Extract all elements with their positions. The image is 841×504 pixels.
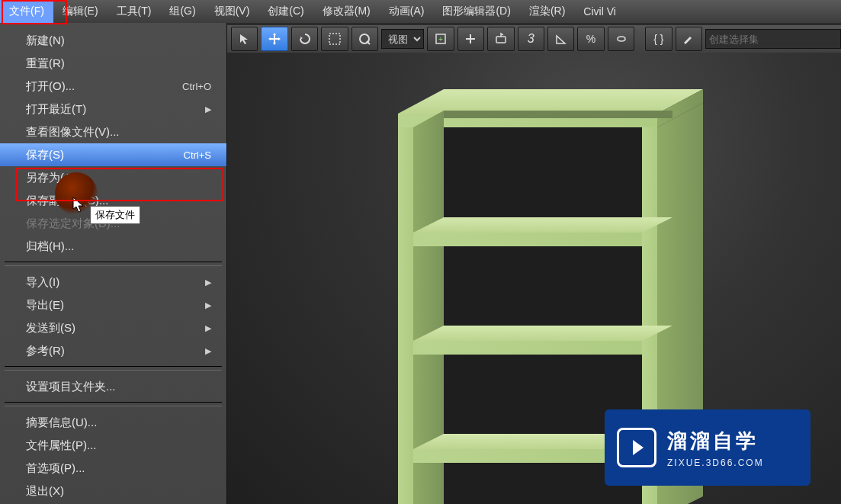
svg-marker-19: [444, 111, 672, 118]
menu-separator: [5, 402, 222, 403]
svg-rect-4: [496, 37, 506, 43]
svg-marker-6: [398, 89, 703, 114]
menu-render[interactable]: 渲染(R): [520, 0, 574, 23]
menu-item-reference[interactable]: 参考(R)▶: [0, 339, 226, 362]
menu-separator: [5, 370, 222, 371]
menu-group[interactable]: 组(G): [160, 0, 204, 23]
menu-item-open[interactable]: 打开(O)... Ctrl+O: [0, 75, 226, 98]
viewport[interactable]: 溜溜自学 ZIXUE.3D66.COM: [226, 53, 841, 504]
menu-item-export[interactable]: 导出(E)▶: [0, 294, 226, 316]
svg-rect-13: [413, 233, 642, 246]
placement-tool-icon[interactable]: [351, 27, 378, 51]
selection-set-input[interactable]: [705, 29, 841, 49]
rotate-tool-icon[interactable]: [291, 27, 318, 51]
menu-edit[interactable]: 编辑(E): [53, 0, 108, 23]
menu-civil[interactable]: Civil Vi: [574, 1, 625, 22]
snap-toggle-icon[interactable]: 3: [518, 27, 544, 51]
menu-item-archive[interactable]: 归档(H)...: [0, 235, 226, 258]
menu-file[interactable]: 文件(F): [0, 0, 53, 23]
submenu-arrow-icon: ▶: [205, 323, 211, 333]
submenu-arrow-icon: ▶: [205, 346, 211, 356]
menu-item-new[interactable]: 新建(N): [0, 29, 226, 52]
menu-item-import[interactable]: 导入(I)▶: [0, 271, 226, 294]
named-set-icon[interactable]: { }: [645, 27, 672, 51]
menu-views[interactable]: 视图(V): [205, 0, 259, 23]
menu-separator: [5, 265, 222, 266]
menu-item-summary[interactable]: 摘要信息(U)...: [0, 411, 226, 434]
menu-separator: [5, 406, 222, 406]
edit-set-icon[interactable]: [676, 27, 702, 51]
main-menubar: 文件(F) 编辑(E) 工具(T) 组(G) 视图(V) 创建(C) 修改器(M…: [0, 0, 841, 23]
svg-text:+: +: [438, 35, 443, 43]
watermark-url: ZIXUE.3D66.COM: [667, 457, 764, 468]
menu-create[interactable]: 创建(C): [258, 0, 313, 23]
menu-anim[interactable]: 动画(A): [380, 0, 434, 23]
submenu-arrow-icon: ▶: [205, 278, 211, 287]
svg-marker-16: [413, 217, 672, 233]
watermark-title: 溜溜自学: [667, 428, 764, 454]
keyboard-shortcut-icon[interactable]: [487, 27, 514, 51]
menu-item-open-recent[interactable]: 打开最近(T)▶: [0, 98, 226, 120]
svg-marker-9: [398, 127, 413, 504]
menu-item-save-as[interactable]: 另存为(A)...: [0, 166, 226, 189]
angle-snap-icon[interactable]: [547, 27, 574, 51]
svg-marker-17: [413, 326, 672, 341]
use-center-icon[interactable]: +: [427, 27, 454, 51]
arrow-tool-icon[interactable]: [231, 27, 258, 51]
menu-item-view-image[interactable]: 查看图像文件(V)...: [0, 120, 226, 143]
menu-item-reset[interactable]: 重置(R): [0, 52, 226, 75]
main-toolbar: 视图 + 3 % { }: [226, 25, 841, 53]
manipulate-icon[interactable]: [457, 27, 484, 51]
menu-item-file-props[interactable]: 文件属性(P)...: [0, 434, 226, 457]
menu-separator: [5, 366, 222, 367]
submenu-arrow-icon: ▶: [205, 300, 211, 310]
menu-item-preferences[interactable]: 首选项(P)...: [0, 457, 226, 480]
move-tool-icon[interactable]: [261, 27, 287, 51]
menu-item-save-selected: 保存选定对象(D)...: [0, 212, 226, 235]
svg-rect-14: [413, 341, 642, 355]
play-icon: [617, 428, 656, 467]
spinner-snap-icon[interactable]: [608, 27, 634, 51]
menu-item-set-project[interactable]: 设置项目文件夹...: [0, 375, 226, 398]
reference-coord-select[interactable]: 视图: [381, 29, 424, 49]
menu-item-send-to[interactable]: 发送到(S)▶: [0, 316, 226, 339]
submenu-arrow-icon: ▶: [205, 104, 211, 114]
menu-tools[interactable]: 工具(T): [108, 0, 161, 23]
menu-graph[interactable]: 图形编辑器(D): [433, 0, 519, 23]
percent-snap-icon[interactable]: %: [577, 27, 604, 51]
watermark-badge: 溜溜自学 ZIXUE.3D66.COM: [605, 409, 811, 486]
file-menu-dropdown: 新建(N) 重置(R) 打开(O)... Ctrl+O 打开最近(T)▶ 查看图…: [0, 23, 227, 504]
menu-item-exit[interactable]: 退出(X): [0, 480, 226, 502]
menu-item-save[interactable]: 保存(S) Ctrl+S: [0, 143, 226, 166]
menu-modifier[interactable]: 修改器(M): [313, 0, 380, 23]
menu-separator: [5, 262, 222, 262]
menu-item-save-copy[interactable]: 保存副本为(C)...: [0, 189, 226, 212]
scale-tool-icon[interactable]: [321, 27, 348, 51]
svg-rect-0: [329, 34, 340, 44]
